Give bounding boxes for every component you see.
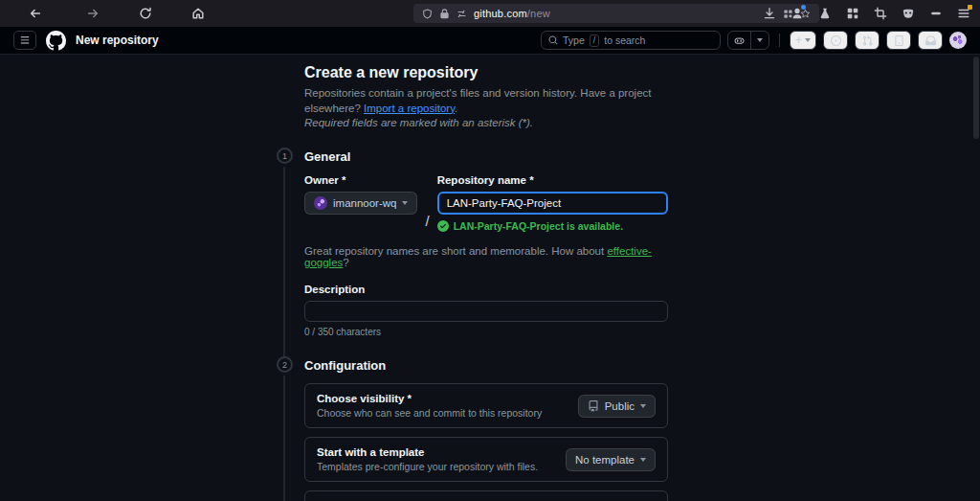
import-repository-link[interactable]: Import a repository: [364, 102, 455, 114]
template-texts: Start with a template Templates pre-conf…: [317, 446, 538, 472]
create-new-button[interactable]: +: [790, 31, 816, 50]
template-description: Templates pre-configure your repository …: [317, 461, 538, 472]
hamburger-menu-button[interactable]: [13, 31, 36, 50]
url-text: github.com/new: [474, 8, 550, 19]
suggestion-prefix: Great repository names are short and mem…: [304, 245, 607, 257]
suggestion-suffix: ?: [343, 257, 348, 268]
screenshot-crop-icon[interactable]: [874, 7, 887, 20]
github-header-left: New repository: [13, 31, 159, 51]
issues-button[interactable]: [823, 31, 848, 50]
account-icon[interactable]: [791, 7, 804, 20]
template-card: Start with a template Templates pre-conf…: [304, 437, 668, 482]
download-icon[interactable]: [763, 7, 776, 20]
intro-text: Repositories contain a project's files a…: [304, 86, 668, 116]
visibility-card: Choose visibility * Choose who can see a…: [304, 383, 668, 428]
repository-name-field: Repository name * LAN-Party-FAQ-Project …: [437, 174, 668, 232]
copilot-dropdown[interactable]: [750, 32, 768, 49]
visibility-row: Choose visibility * Choose who can see a…: [305, 384, 667, 427]
configuration-section-title: Configuration: [304, 358, 668, 373]
refresh-icon[interactable]: [139, 7, 152, 20]
owner-label: Owner *: [304, 174, 417, 186]
menu-update-badge: [968, 5, 972, 10]
repository-name-label: Repository name *: [437, 174, 668, 186]
page-title: Create a new repository: [304, 64, 668, 81]
three-bars-icon: [20, 35, 30, 45]
visibility-title: Choose visibility *: [317, 393, 542, 404]
issue-opened-icon: [831, 35, 841, 46]
visibility-select-value: Public: [605, 400, 635, 412]
required-fields-note: Required fields are marked with an aster…: [304, 117, 668, 128]
general-section: 1 General Owner * imannoor-wq / Reposito…: [304, 149, 668, 337]
template-select-value: No template: [575, 454, 635, 466]
chevron-down-icon: [640, 404, 646, 408]
page-context-title: New repository: [76, 34, 159, 47]
lock-icon[interactable]: [439, 9, 450, 19]
back-icon[interactable]: [29, 7, 42, 20]
visibility-select[interactable]: Public: [578, 395, 656, 418]
inbox-icon: [925, 35, 936, 46]
copilot-button[interactable]: [727, 31, 769, 50]
repository-name-input[interactable]: [437, 192, 668, 215]
permissions-icon[interactable]: [457, 9, 467, 19]
header-divider: [779, 34, 780, 47]
owner-select-value: imannoor-wq: [333, 197, 396, 209]
page-scrollbar[interactable]: [973, 57, 979, 139]
name-suggestion: Great repository names are short and mem…: [304, 245, 668, 268]
search-icon: [548, 35, 558, 45]
general-section-title: General: [304, 149, 668, 164]
notifications-button[interactable]: [918, 31, 943, 50]
github-logo[interactable]: [46, 31, 66, 51]
init-options-card: Add README READMEs can be used as longer…: [304, 490, 668, 501]
intro-period: .: [455, 102, 457, 114]
owner-repo-separator: /: [425, 209, 429, 232]
owner-avatar: [314, 196, 327, 210]
template-row: Start with a template Templates pre-conf…: [305, 438, 667, 481]
copilot-icon: [728, 32, 750, 49]
description-input[interactable]: [304, 301, 668, 322]
device-mobile-button[interactable]: [886, 31, 911, 50]
chevron-down-icon: [805, 38, 811, 42]
visibility-texts: Choose visibility * Choose who can see a…: [317, 393, 542, 419]
forward-icon[interactable]: [86, 7, 100, 20]
check-circle-icon: [437, 220, 449, 232]
visibility-control: Public: [578, 395, 656, 418]
tracking-shield-icon[interactable]: [422, 9, 433, 19]
plus-icon: +: [795, 34, 802, 47]
search-input[interactable]: Type / to search: [541, 31, 721, 50]
user-avatar[interactable]: [949, 32, 967, 49]
app-menu-icon[interactable]: [957, 7, 970, 20]
availability-text: LAN-Party-FAQ-Project is available.: [454, 220, 623, 232]
owner-select[interactable]: imannoor-wq: [304, 192, 417, 215]
availability-message: LAN-Party-FAQ-Project is available.: [437, 220, 668, 232]
browser-extension-area: [763, 0, 970, 27]
step-1-badge: 1: [277, 148, 293, 164]
template-control: No template: [566, 448, 656, 471]
url-path: /new: [527, 8, 550, 19]
search-placeholder-suffix: to search: [604, 34, 645, 46]
github-header: New repository Type / to search +: [0, 27, 980, 55]
owner-repo-row: Owner * imannoor-wq / Repository name * …: [304, 174, 668, 232]
configuration-section: 2 Configuration Choose visibility * Choo…: [304, 358, 668, 501]
github-header-right: Type / to search +: [541, 31, 967, 50]
description-label: Description: [304, 284, 668, 295]
browser-toolbar: github.com/new: [0, 0, 980, 27]
intro-description: Repositories contain a project's files a…: [304, 87, 652, 114]
template-title: Start with a template: [317, 446, 538, 458]
home-icon[interactable]: [191, 7, 205, 20]
template-select[interactable]: No template: [566, 448, 656, 471]
chevron-down-icon: [640, 458, 646, 462]
device-mobile-icon: [894, 35, 904, 46]
slash-key-hint: /: [590, 34, 600, 47]
repo-icon: [588, 400, 599, 412]
extensions-grid-icon[interactable]: [846, 7, 859, 20]
url-bar[interactable]: github.com/new: [413, 4, 819, 23]
tab-dash-icon[interactable]: [929, 7, 943, 20]
step-2-badge: 2: [277, 356, 293, 373]
url-host: github.com: [474, 8, 527, 19]
search-placeholder-prefix: Type: [563, 34, 585, 46]
pull-requests-button[interactable]: [855, 31, 880, 50]
visibility-description: Choose who can see and commit to this re…: [317, 407, 542, 419]
mask-privacy-icon[interactable]: [902, 7, 915, 20]
git-pull-request-icon: [862, 35, 873, 46]
flask-extension-icon[interactable]: [818, 7, 832, 20]
